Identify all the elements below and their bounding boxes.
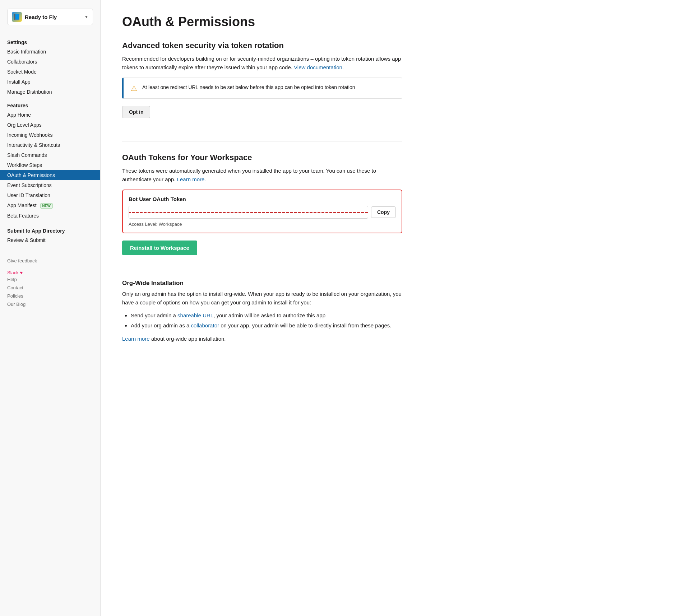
sidebar-item-app-manifest[interactable]: App Manifest NEW (0, 200, 100, 211)
policies-link[interactable]: Policies (7, 292, 93, 300)
page-title: OAuth & Permissions (122, 14, 402, 29)
bullet-item-2: Add your org admin as a collaborator on … (131, 321, 402, 330)
sidebar-item-review-submit[interactable]: Review & Submit (0, 235, 100, 245)
token-input-row: Copy (129, 206, 396, 219)
section-divider (122, 141, 402, 141)
token-label: Bot User OAuth Token (129, 196, 396, 202)
app-icon: 📘 (12, 12, 22, 22)
token-security-desc: Recommended for developers building on o… (122, 55, 402, 72)
app-name: Ready to Fly (25, 14, 82, 20)
org-wide-bullets: Send your admin a shareable URL, your ad… (131, 311, 402, 330)
sidebar-item-oauth-permissions[interactable]: OAuth & Permissions (0, 170, 100, 180)
chevron-down-icon: ▼ (84, 15, 88, 19)
sidebar-item-install-app[interactable]: Install App (0, 77, 100, 87)
reinstall-button[interactable]: Reinstall to Workspace (122, 241, 197, 255)
oauth-tokens-desc: These tokens were automatically generate… (122, 167, 402, 184)
org-wide-section: Org-Wide Installation Only an org admin … (122, 280, 402, 342)
warning-box: ⚠ At least one redirect URL needs to be … (122, 78, 402, 99)
main-content: OAuth & Permissions Advanced token secur… (101, 0, 424, 616)
collaborator-link[interactable]: collaborator (191, 322, 219, 328)
token-security-title: Advanced token security via token rotati… (122, 41, 402, 50)
sidebar-item-org-level-apps[interactable]: Org Level Apps (0, 120, 100, 130)
org-wide-desc: Only an org admin has the option to inst… (122, 290, 402, 307)
sidebar-item-beta-features[interactable]: Beta Features (0, 211, 100, 221)
sidebar-item-event-subscriptions[interactable]: Event Subscriptions (0, 180, 100, 190)
sidebar-item-user-id-translation[interactable]: User ID Translation (0, 190, 100, 200)
sidebar-footer: Give feedback Slack ♥ Help Contact Polic… (0, 257, 100, 308)
access-level: Access Level: Workspace (129, 221, 396, 227)
sidebar-item-socket-mode[interactable]: Socket Mode (0, 67, 100, 77)
token-security-section: Advanced token security via token rotati… (122, 41, 402, 127)
new-badge: NEW (40, 203, 53, 209)
learn-more-org-link[interactable]: Learn more (122, 336, 150, 342)
opt-in-button[interactable]: Opt in (122, 106, 150, 118)
warning-text: At least one redirect URL needs to be se… (142, 84, 355, 91)
sidebar: 📘 Ready to Fly ▼ Settings Basic Informat… (0, 0, 101, 616)
blog-link[interactable]: Our Blog (7, 300, 93, 308)
bullet-item-1: Send your admin a shareable URL, your ad… (131, 311, 402, 320)
submit-section-label: Submit to App Directory (0, 225, 100, 235)
warning-icon: ⚠ (131, 84, 137, 93)
copy-button[interactable]: Copy (371, 206, 396, 218)
oauth-tokens-section: OAuth Tokens for Your Workspace These to… (122, 153, 402, 265)
slack-heart: Slack ♥ (7, 269, 23, 277)
org-wide-title: Org-Wide Installation (122, 280, 402, 287)
sidebar-item-slash-commands[interactable]: Slash Commands (0, 150, 100, 160)
sidebar-item-interactivity-shortcuts[interactable]: Interactivity & Shortcuts (0, 140, 100, 150)
sidebar-item-basic-information[interactable]: Basic Information (0, 47, 100, 57)
token-input-field[interactable] (129, 206, 368, 219)
learn-more-tokens-link[interactable]: Learn more. (177, 176, 206, 182)
sidebar-item-app-home[interactable]: App Home (0, 110, 100, 120)
features-section-label: Features (0, 100, 100, 110)
settings-section-label: Settings (0, 37, 100, 47)
token-box: Bot User OAuth Token Copy Access Level: … (122, 190, 402, 233)
oauth-tokens-title: OAuth Tokens for Your Workspace (122, 153, 402, 162)
app-selector[interactable]: 📘 Ready to Fly ▼ (7, 9, 93, 25)
contact-link[interactable]: Contact (7, 284, 93, 292)
sidebar-item-workflow-steps[interactable]: Workflow Steps (0, 160, 100, 170)
learn-more-line: Learn more about org-wide app installati… (122, 336, 402, 342)
shareable-url-link[interactable]: shareable URL (177, 312, 213, 318)
sidebar-item-manage-distribution[interactable]: Manage Distribution (0, 87, 100, 97)
sidebar-item-collaborators[interactable]: Collaborators (0, 57, 100, 67)
sidebar-item-incoming-webhooks[interactable]: Incoming Webhooks (0, 130, 100, 140)
give-feedback-link[interactable]: Give feedback (7, 257, 93, 265)
view-documentation-link[interactable]: View documentation. (294, 64, 344, 70)
